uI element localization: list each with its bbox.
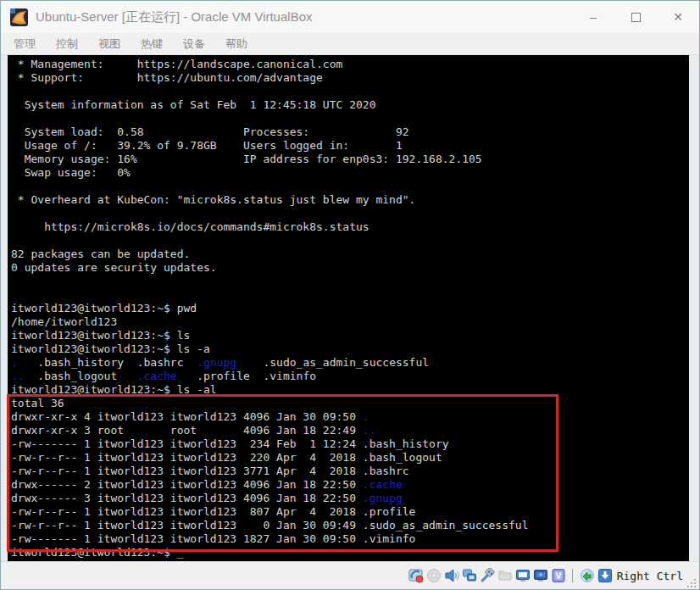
- statusbar-separator: [572, 569, 573, 582]
- virtualbox-icon: [10, 8, 28, 26]
- terminal-screen[interactable]: * Management: https://landscape.canonica…: [8, 55, 689, 561]
- recording-icon[interactable]: [533, 568, 548, 583]
- resize-grip[interactable]: [686, 578, 697, 588]
- terminal-line: [11, 112, 528, 125]
- svg-text:V: V: [555, 571, 561, 581]
- terminal-line: itworld123@itworld123:~$ pwd: [11, 302, 528, 315]
- terminal-line: System information as of Sat Feb 1 12:45…: [11, 98, 528, 112]
- title-bar: Ubuntu-Server [正在运行] - Oracle VM Virtual…: [1, 1, 699, 33]
- terminal-line: . .bash_history .bashrc .gnupg .sudo_as_…: [11, 356, 528, 370]
- maximize-button[interactable]: [614, 1, 657, 33]
- network-icon[interactable]: [462, 568, 477, 583]
- terminal-line: .. .bash_logout .cache .profile .viminfo: [11, 370, 528, 383]
- terminal-line: https://microk8s.io/docs/commands#microk…: [11, 220, 528, 234]
- display-icon[interactable]: [515, 568, 531, 583]
- terminal-line: -rw-r--r-- 1 itworld123 itworld123 220 A…: [11, 451, 528, 465]
- terminal-line: itworld123@itworld123:~$ ls -al: [11, 383, 528, 397]
- host-key-label: Right Ctrl: [617, 570, 683, 582]
- terminal-line: itworld123@itworld123:~$ ls -a: [11, 342, 528, 356]
- terminal-line: 82 packages can be updated.: [11, 248, 528, 261]
- terminal-line: [11, 85, 528, 98]
- menu-item-view[interactable]: 视图: [88, 33, 131, 55]
- status-bar: V Right Ctrl: [1, 561, 699, 589]
- minimize-icon: –: [590, 10, 597, 24]
- terminal-line: total 36: [11, 397, 528, 410]
- terminal-line: [11, 234, 528, 248]
- terminal-line: Swap usage: 0%: [11, 166, 528, 180]
- terminal-line: -rw------- 1 itworld123 itworld123 234 F…: [11, 437, 528, 451]
- terminal-line: -rw-r--r-- 1 itworld123 itworld123 0 Jan…: [11, 519, 528, 532]
- minimize-button[interactable]: –: [572, 1, 614, 33]
- terminal-line: drwxr-xr-x 3 root root 4096 Jan 18 22:49…: [11, 424, 528, 437]
- usb-icon[interactable]: [480, 568, 495, 583]
- optical-drives-icon[interactable]: [426, 568, 442, 583]
- terminal-line: System load: 0.58 Processes: 92: [11, 125, 528, 139]
- terminal-line: drwx------ 2 itworld123 itworld123 4096 …: [11, 478, 528, 492]
- menu-item-devices[interactable]: 设备: [173, 33, 215, 55]
- terminal-line: [11, 180, 528, 193]
- terminal-line: [11, 275, 528, 288]
- terminal-line: 0 updates are security updates.: [11, 261, 528, 275]
- menu-bar: 管理控制视图热键设备帮助: [1, 33, 699, 55]
- maximize-icon: [631, 13, 641, 22]
- close-icon: ✕: [673, 10, 683, 24]
- terminal-line: [11, 207, 528, 220]
- menu-item-help[interactable]: 帮助: [215, 33, 258, 55]
- terminal-line: -rw-r--r-- 1 itworld123 itworld123 3771 …: [11, 465, 528, 478]
- mouse-integration-icon[interactable]: [580, 568, 595, 583]
- terminal-line: drwxr-xr-x 4 itworld123 itworld123 4096 …: [11, 410, 528, 424]
- hard-disks-icon[interactable]: [408, 568, 424, 583]
- features-icon[interactable]: V: [551, 568, 566, 583]
- terminal-line: * Overheard at KubeCon: "microk8s.status…: [11, 193, 528, 207]
- virtualbox-window: Ubuntu-Server [正在运行] - Oracle VM Virtual…: [0, 0, 700, 590]
- terminal-line: itworld123@itworld123:~$ _: [11, 546, 528, 559]
- terminal-line: * Support: https://ubuntu.com/advantage: [11, 71, 528, 85]
- terminal-line: drwx------ 3 itworld123 itworld123 4096 …: [11, 492, 528, 505]
- terminal-text: * Management: https://landscape.canonica…: [11, 58, 528, 559]
- terminal-line: * Management: https://landscape.canonica…: [11, 58, 528, 71]
- keyboard-capture-icon[interactable]: [597, 568, 613, 583]
- menu-item-control[interactable]: 控制: [46, 33, 88, 55]
- terminal-line: Memory usage: 16% IP address for enp0s3:…: [11, 153, 528, 166]
- terminal-line: [11, 288, 528, 302]
- terminal-line: itworld123@itworld123:~$ ls: [11, 329, 528, 342]
- close-button[interactable]: ✕: [657, 1, 699, 33]
- terminal-line: -rw------- 1 itworld123 itworld123 1827 …: [11, 532, 528, 546]
- window-title: Ubuntu-Server [正在运行] - Oracle VM Virtual…: [36, 9, 572, 25]
- window-controls: – ✕: [572, 1, 699, 33]
- terminal-line: /home/itworld123: [11, 315, 528, 329]
- menu-item-machine[interactable]: 管理: [3, 33, 46, 55]
- terminal-line: -rw-r--r-- 1 itworld123 itworld123 807 A…: [11, 505, 528, 519]
- shared-folders-icon[interactable]: [497, 568, 513, 583]
- audio-icon[interactable]: [444, 568, 459, 583]
- menu-item-hotkeys[interactable]: 热键: [131, 33, 173, 55]
- terminal-line: Usage of /: 39.2% of 9.78GB Users logged…: [11, 139, 528, 153]
